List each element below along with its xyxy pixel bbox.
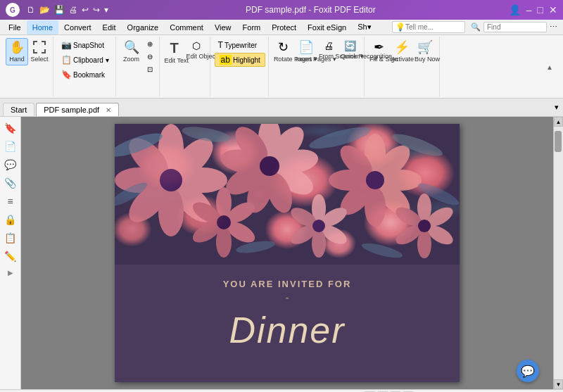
edit-object-button[interactable]: ⬡ Edit Object: [186, 38, 207, 63]
toolbar-collapse-button[interactable]: ▲: [546, 63, 553, 70]
zoom-tool-button[interactable]: 🔍 Zoom: [120, 38, 143, 65]
highlight-button[interactable]: ab Highlight: [215, 53, 265, 67]
undo-btn[interactable]: ↩: [80, 4, 90, 16]
title-bar-left: G 🗋 📂 💾 🖨 ↩ ↪ ▾: [6, 3, 113, 17]
bookmark-button[interactable]: 🔖 Bookmark: [58, 68, 113, 82]
activate-icon: ⚡: [394, 41, 410, 53]
menu-form[interactable]: Form: [237, 20, 267, 34]
toolbar-group-pages: ↻ Rotate Pages ▾ 📄 Insert Pages ▾ 🖨 From…: [270, 37, 365, 96]
tab-close-button[interactable]: ✕: [106, 106, 111, 114]
tell-me-box[interactable]: 💡: [392, 21, 465, 33]
new-btn[interactable]: 🗋: [25, 4, 37, 16]
sidebar-attachment-icon[interactable]: 📎: [2, 175, 19, 191]
options-btn[interactable]: ⋯: [547, 21, 560, 33]
quick-recognition-button[interactable]: 🔄 Quick Recognition: [340, 38, 361, 63]
scroll-down-button[interactable]: ▼: [554, 379, 563, 389]
status-bar: ⏮ ◀ / 1 ▶ ⏭ ⬅ ➡ ▭ ⊟ ⊞ ⊟ – + 113.24% ⊡: [0, 389, 563, 392]
fill-sign-icon: ✒: [374, 41, 384, 53]
sidebar-edit-icon[interactable]: ✏️: [2, 248, 19, 265]
menu-organize[interactable]: Organize: [122, 20, 165, 34]
pdf-content-area: YOU ARE INVITED FOR - Dinner 💬: [21, 117, 553, 389]
open-btn[interactable]: 📂: [38, 4, 51, 16]
maximize-button[interactable]: □: [538, 4, 543, 15]
toolbar-group-edit: T Edit Text ⬡ Edit Object: [161, 37, 210, 96]
snapshot-button[interactable]: 📷 SnapShot: [58, 38, 113, 52]
title-bar-controls: 👤 – □ ✕: [509, 4, 557, 15]
zoom-in-button[interactable]: ⊕: [144, 38, 156, 50]
fill-sign-button[interactable]: ✒ Fill & Sign: [369, 38, 390, 65]
zoom-in-icon: ⊕: [147, 40, 153, 48]
buy-now-button[interactable]: 🛒 Buy Now: [414, 38, 436, 65]
sidebar-content-icon[interactable]: 📋: [2, 229, 19, 246]
flower-image: [115, 124, 460, 265]
tab-strip: Start PDF sample.pdf ✕ ▾: [0, 99, 563, 117]
dinner-text: Dinner: [129, 309, 445, 351]
find-input[interactable]: [487, 23, 543, 31]
menu-view[interactable]: View: [209, 20, 237, 34]
user-icon[interactable]: 👤: [509, 4, 521, 15]
svg-point-41: [312, 220, 325, 232]
tab-dropdown-button[interactable]: ▾: [550, 101, 563, 113]
tab-start[interactable]: Start: [3, 103, 34, 116]
rotate-pages-button[interactable]: ↻ Rotate Pages ▾: [273, 38, 294, 65]
sidebar-comment-icon[interactable]: 💬: [2, 156, 19, 173]
flowers-svg: [115, 124, 460, 265]
scroll-thumb[interactable]: [555, 131, 562, 152]
menu-protect[interactable]: Protect: [266, 20, 302, 34]
scanner-icon: 🖨: [324, 41, 334, 51]
scroll-track[interactable]: [554, 127, 563, 379]
dash-text: -: [129, 292, 445, 303]
select-tool-button[interactable]: Select: [29, 38, 50, 65]
pdf-text-section: YOU ARE INVITED FOR - Dinner: [115, 265, 460, 365]
foxit-chat-button[interactable]: 💬: [517, 360, 539, 382]
print-btn[interactable]: 🖨: [68, 4, 79, 16]
redo-btn[interactable]: ↪: [91, 4, 101, 16]
menu-file[interactable]: File: [3, 20, 27, 34]
menu-foxit-esign[interactable]: Foxit eSign: [302, 20, 352, 34]
menu-home[interactable]: Home: [27, 20, 58, 34]
recognition-icon: 🔄: [344, 41, 356, 51]
svg-point-27: [366, 171, 384, 189]
menu-edit[interactable]: Edit: [97, 20, 122, 34]
find-box[interactable]: [483, 22, 547, 32]
scroll-up-button[interactable]: ▲: [554, 117, 563, 127]
tell-me-input[interactable]: [405, 23, 462, 31]
menu-comment[interactable]: Comment: [164, 20, 209, 34]
minimize-button[interactable]: –: [526, 4, 532, 15]
toolbar-group-zoom: 🔍 Zoom ⊕ ⊖ ⊡: [118, 37, 160, 96]
zoom-fit-button[interactable]: ⊡: [144, 63, 156, 75]
from-scanner-button[interactable]: 🖨 From Scanner ▾: [318, 38, 339, 63]
insert-pages-button[interactable]: 📄 Insert Pages ▾: [295, 38, 317, 65]
menu-share[interactable]: Sh▾: [352, 20, 377, 34]
activate-button[interactable]: ⚡ Activate: [391, 38, 413, 65]
svg-point-55: [235, 239, 276, 255]
tab-pdf[interactable]: PDF sample.pdf ✕: [36, 103, 119, 116]
select-icon: [33, 41, 46, 53]
svg-point-51: [308, 124, 372, 153]
sidebar-security-icon[interactable]: 🔒: [2, 211, 19, 228]
svg-point-48: [418, 220, 431, 232]
clipboard-button[interactable]: 📋 Clipboard ▾: [58, 53, 113, 67]
buy-now-icon: 🛒: [417, 41, 433, 53]
typewriter-button[interactable]: T Typewriter: [215, 38, 265, 52]
more-btn[interactable]: ▾: [103, 4, 110, 16]
save-btn[interactable]: 💾: [53, 4, 66, 16]
close-button[interactable]: ✕: [549, 4, 557, 15]
edit-object-icon: ⬡: [192, 41, 201, 51]
menu-convert[interactable]: Convert: [58, 20, 97, 34]
sidebar-layers-icon[interactable]: ≡: [2, 193, 19, 210]
edit-text-button[interactable]: T Edit Text: [164, 38, 185, 67]
zoom-icon: 🔍: [124, 41, 139, 53]
foxit-logo-icon: G: [6, 3, 20, 17]
zoom-out-button[interactable]: ⊖: [144, 51, 156, 63]
sidebar-bookmark-icon[interactable]: 🔖: [2, 120, 19, 137]
insert-icon: 📄: [298, 41, 314, 53]
invited-text: YOU ARE INVITED FOR: [129, 279, 445, 289]
hand-tool-button[interactable]: ✋ Hand: [6, 38, 28, 65]
snapshot-icon: 📷: [61, 40, 72, 50]
zoom-out-icon: ⊖: [147, 53, 153, 61]
sidebar-expand-button[interactable]: ▶: [8, 269, 13, 277]
menu-bar: File Home Convert Edit Organize Comment …: [0, 20, 563, 35]
vertical-scrollbar[interactable]: ▲ ▼: [553, 117, 563, 389]
sidebar-pages-icon[interactable]: 📄: [2, 138, 19, 155]
